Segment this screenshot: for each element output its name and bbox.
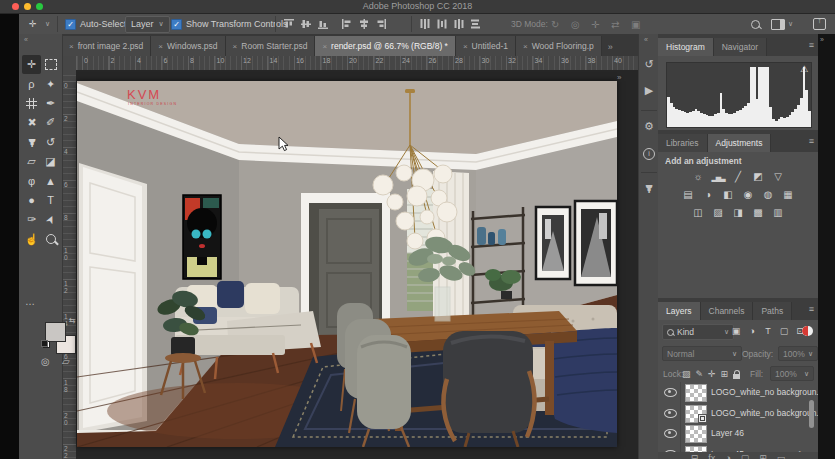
exposure-icon[interactable]: ◩ [751, 170, 765, 183]
align-left-edges-icon[interactable] [341, 18, 354, 31]
layer-thumbnail[interactable] [685, 405, 707, 423]
color-balance-icon[interactable]: ◑ [701, 188, 715, 201]
history-brush-tool[interactable]: ↺ [41, 133, 60, 152]
lock-pixels-icon[interactable]: ✎ [696, 368, 704, 380]
properties-panel-icon[interactable]: ⚙ [639, 120, 659, 133]
panel-menu-icon[interactable]: ≡ [809, 304, 814, 314]
spot-healing-brush-tool[interactable]: ✚ [22, 113, 41, 132]
tab-channels[interactable]: Channels [701, 302, 754, 320]
color-lookup-icon[interactable]: ▦ [781, 188, 795, 201]
crop-tool[interactable] [22, 94, 41, 113]
strip-collapse-chevron-icon[interactable]: « [644, 36, 648, 43]
layers-bottom-icon[interactable]: ▢ [741, 452, 750, 459]
panel-menu-icon[interactable]: ≡ [809, 40, 814, 50]
document-tab[interactable]: ×render.psd @ 66.7% (RGB/8) * [315, 36, 456, 56]
auto-select-checkbox[interactable]: ✓ Auto-Select: [65, 14, 129, 34]
align-right-edges-icon[interactable] [375, 18, 388, 31]
vibrance-icon[interactable]: ▽ [771, 170, 785, 183]
distribute-top-edges-icon[interactable] [419, 18, 432, 31]
magic-wand-tool[interactable]: ✦ [41, 74, 60, 93]
show-transform-checkbox[interactable]: ✓ Show Transform Controls [171, 14, 288, 34]
brightness-contrast-icon[interactable]: ☼ [691, 170, 705, 183]
zoom-tool[interactable] [41, 230, 60, 249]
canvas[interactable]: KVM INTERIOR DESIGN [77, 81, 617, 447]
layer-visibility-eye-icon[interactable] [664, 409, 677, 418]
align-bottom-edges-icon[interactable] [317, 18, 330, 31]
type-filter-icon[interactable]: T [762, 324, 774, 338]
clone-stamp-tool[interactable]: ♟ [22, 133, 41, 152]
layers-bottom-icon[interactable]: ◑ [725, 452, 730, 459]
document-tab[interactable]: ×front image 2.psd [62, 36, 151, 56]
align-top-edges-icon[interactable] [283, 18, 296, 31]
share-button[interactable]: ↑ [813, 14, 826, 34]
invert-icon[interactable]: ◫ [691, 206, 705, 219]
channel-mixer-icon[interactable]: ◍ [761, 188, 775, 201]
tab-close-icon[interactable]: × [158, 42, 163, 51]
quick-mask-button[interactable]: ◎ [41, 356, 50, 367]
threshold-icon[interactable]: ◨ [731, 206, 745, 219]
histogram-warning-icon[interactable]: ⚠ [800, 64, 808, 74]
layer-row[interactable]: Layer 46 [658, 423, 818, 445]
workspace-switcher[interactable]: ∨ [771, 14, 793, 34]
tab-libraries[interactable]: Libraries [658, 134, 708, 152]
search-icon[interactable] [751, 14, 760, 34]
document-tab[interactable]: ×Room Starter.psd [226, 36, 316, 56]
document-tab[interactable]: ×Untitled-1 [456, 36, 516, 56]
layers-bottom-icon[interactable]: ▭ [777, 452, 786, 459]
burn-tool[interactable]: ● [22, 191, 41, 210]
tab-navigator[interactable]: Navigator [714, 38, 767, 56]
layer-visibility-eye-icon[interactable] [664, 429, 677, 438]
brush-tool[interactable]: ✐ [41, 113, 60, 132]
layer-row[interactable]: LOGO_white_no backgroun... [658, 403, 818, 425]
lock-transparency-icon[interactable]: ▨ [682, 368, 691, 380]
clone-source-panel-icon[interactable]: ♟ [639, 182, 659, 195]
toolbar-collapse-chevron-icon[interactable]: « [24, 36, 28, 43]
pen-tool[interactable]: ✑ [22, 210, 41, 229]
distribute-vertical-centers-icon[interactable] [436, 18, 449, 31]
selective-color-icon[interactable]: ▥ [771, 206, 785, 219]
layer-filter-dropdown[interactable]: Kind ∨ [662, 324, 734, 340]
hand-tool[interactable]: ☝ [22, 230, 41, 249]
panel-collapse-chevron-icon[interactable]: » [617, 73, 621, 82]
tab-close-icon[interactable]: × [463, 42, 468, 51]
auto-select-target-dropdown[interactable]: Layer∨ [125, 14, 170, 34]
eyedropper-tool[interactable]: ✒ [41, 94, 60, 113]
layers-bottom-icon[interactable]: ⊞ [759, 452, 767, 459]
hue-saturation-icon[interactable]: ▤ [681, 188, 695, 201]
gradient-map-icon[interactable]: ▩ [751, 206, 765, 219]
dodge-tool[interactable]: φ [22, 171, 41, 190]
default-colors-icon[interactable] [41, 340, 50, 348]
dock-expand-chevron-icon[interactable]: » [820, 36, 824, 43]
rectangular-marquee-tool[interactable] [41, 55, 60, 74]
move-tool-preset-icon[interactable]: ✛ [29, 14, 37, 34]
layer-row[interactable]: LOGO_white_no backgroun... [658, 382, 818, 404]
align-vertical-centers-icon[interactable] [300, 18, 313, 31]
layers-scrollbar[interactable] [809, 400, 814, 428]
tab-close-icon[interactable]: × [322, 42, 327, 51]
horizontal-ruler[interactable]: 0246810121416182022242628303234363840 [76, 56, 638, 71]
distribute-bottom-edges-icon[interactable] [453, 18, 466, 31]
edit-toolbar-icon[interactable]: … [25, 296, 36, 307]
posterize-icon[interactable]: ▨ [711, 206, 725, 219]
tab-close-icon[interactable]: × [233, 42, 238, 51]
layer-filter-toggle[interactable] [802, 326, 813, 336]
layer-name[interactable]: LOGO_white_no backgroun... [711, 408, 818, 418]
type-tool[interactable]: T [41, 191, 60, 210]
vertical-ruler[interactable]: 024681 01 21 41 61 82 02 2 [62, 70, 77, 459]
curves-icon[interactable]: ╱ [731, 170, 745, 183]
pixel-filter-icon[interactable]: ▣ [730, 324, 742, 338]
swap-colors-icon[interactable]: ⇆ [69, 316, 76, 325]
levels-icon[interactable]: ▂▅▃ [711, 170, 725, 183]
sharpen-tool[interactable]: ▲ [41, 171, 60, 190]
path-selection-tool[interactable]: ➤ [41, 210, 60, 229]
info-panel-icon[interactable]: i [639, 146, 659, 160]
layer-visibility-eye-icon[interactable] [664, 388, 677, 397]
document-tab[interactable]: ×Windows.psd [151, 36, 225, 56]
actions-panel-icon[interactable]: ▶ [639, 84, 659, 97]
photo-filter-icon[interactable]: ◉ [741, 188, 755, 201]
eraser-tool[interactable]: ▱ [22, 152, 41, 171]
black-white-icon[interactable]: ◧ [721, 188, 735, 201]
foreground-color-swatch[interactable] [45, 322, 66, 342]
layers-bottom-icon[interactable]: fx [708, 452, 715, 459]
history-panel-icon[interactable]: ↺ [639, 58, 659, 71]
